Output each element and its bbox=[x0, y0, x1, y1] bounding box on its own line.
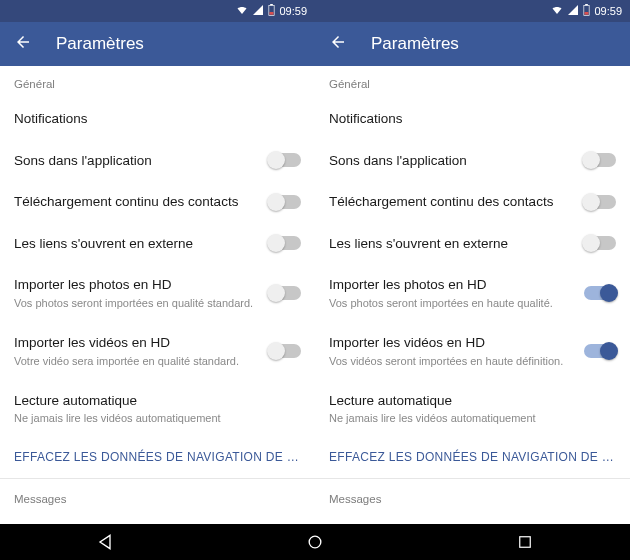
page-title: Paramètres bbox=[56, 34, 144, 54]
status-bar: 09:59 bbox=[315, 0, 630, 22]
links-toggle[interactable] bbox=[269, 236, 301, 250]
wifi-icon bbox=[236, 4, 248, 18]
section-general: Général bbox=[315, 66, 630, 98]
sounds-toggle[interactable] bbox=[269, 153, 301, 167]
app-bar: Paramètres bbox=[0, 22, 315, 66]
autoplay-sub: Ne jamais lire les vidéos automatiquemen… bbox=[14, 411, 301, 425]
videos-sub: Vos vidéos seront importées en haute déf… bbox=[329, 354, 574, 368]
autoplay-label: Lecture automatique bbox=[329, 392, 616, 410]
photos-toggle[interactable] bbox=[584, 286, 616, 300]
row-videos[interactable]: Importer les vidéos en HD Vos vidéos ser… bbox=[315, 322, 630, 380]
contacts-toggle[interactable] bbox=[269, 195, 301, 209]
row-links[interactable]: Les liens s'ouvrent en externe bbox=[315, 223, 630, 265]
back-button[interactable] bbox=[329, 33, 347, 55]
status-time: 09:59 bbox=[594, 5, 622, 17]
signal-icon bbox=[567, 4, 579, 18]
contacts-label: Téléchargement continu des contacts bbox=[329, 193, 574, 211]
photos-sub: Vos photos seront importées en qualité s… bbox=[14, 296, 259, 310]
divider bbox=[0, 478, 315, 479]
svg-rect-2 bbox=[270, 12, 274, 15]
battery-icon bbox=[583, 4, 590, 18]
settings-list: Général Notifications Sons dans l'applic… bbox=[315, 66, 630, 524]
row-contacts[interactable]: Téléchargement continu des contacts bbox=[0, 181, 315, 223]
videos-label: Importer les vidéos en HD bbox=[14, 334, 259, 352]
photos-label: Importer les photos en HD bbox=[14, 276, 259, 294]
videos-toggle[interactable] bbox=[584, 344, 616, 358]
wifi-icon bbox=[551, 4, 563, 18]
signal-icon bbox=[252, 4, 264, 18]
row-autoplay[interactable]: Lecture automatique Ne jamais lire les v… bbox=[315, 380, 630, 438]
svg-rect-5 bbox=[585, 12, 589, 15]
section-general: Général bbox=[0, 66, 315, 98]
contacts-label: Téléchargement continu des contacts bbox=[14, 193, 259, 211]
sounds-label: Sons dans l'application bbox=[329, 152, 574, 170]
contacts-toggle[interactable] bbox=[584, 195, 616, 209]
photos-sub: Vos photos seront importées en haute qua… bbox=[329, 296, 574, 310]
status-time: 09:59 bbox=[279, 5, 307, 17]
app-bar: Paramètres bbox=[315, 22, 630, 66]
photos-toggle[interactable] bbox=[269, 286, 301, 300]
videos-label: Importer les vidéos en HD bbox=[329, 334, 574, 352]
row-sounds[interactable]: Sons dans l'application bbox=[315, 140, 630, 182]
row-notifications[interactable]: Notifications bbox=[0, 98, 315, 140]
row-videos[interactable]: Importer les vidéos en HD Votre vidéo se… bbox=[0, 322, 315, 380]
screen-left: 09:59 Paramètres Général Notifications S… bbox=[0, 0, 315, 524]
nav-recent-button[interactable] bbox=[505, 533, 545, 551]
autoplay-sub: Ne jamais lire les vidéos automatiquemen… bbox=[329, 411, 616, 425]
section-messages: Messages bbox=[0, 481, 315, 513]
autoplay-label: Lecture automatique bbox=[14, 392, 301, 410]
divider bbox=[315, 478, 630, 479]
notifications-label: Notifications bbox=[329, 110, 616, 128]
section-messages: Messages bbox=[315, 481, 630, 513]
notifications-label: Notifications bbox=[14, 110, 301, 128]
photos-label: Importer les photos en HD bbox=[329, 276, 574, 294]
clear-browsing-link[interactable]: EFFACEZ LES DONNÉES DE NAVIGATION DE VOT… bbox=[0, 438, 315, 476]
status-bar: 09:59 bbox=[0, 0, 315, 22]
svg-rect-7 bbox=[520, 537, 531, 548]
links-label: Les liens s'ouvrent en externe bbox=[14, 235, 259, 253]
row-notifications[interactable]: Notifications bbox=[315, 98, 630, 140]
back-button[interactable] bbox=[14, 33, 32, 55]
page-title: Paramètres bbox=[371, 34, 459, 54]
row-photos[interactable]: Importer les photos en HD Vos photos ser… bbox=[315, 264, 630, 322]
row-links[interactable]: Les liens s'ouvrent en externe bbox=[0, 223, 315, 265]
battery-icon bbox=[268, 4, 275, 18]
links-toggle[interactable] bbox=[584, 236, 616, 250]
settings-list: Général Notifications Sons dans l'applic… bbox=[0, 66, 315, 524]
sounds-toggle[interactable] bbox=[584, 153, 616, 167]
videos-toggle[interactable] bbox=[269, 344, 301, 358]
svg-point-6 bbox=[309, 536, 321, 548]
nav-back-button[interactable] bbox=[85, 532, 125, 552]
clear-browsing-link[interactable]: EFFACEZ LES DONNÉES DE NAVIGATION DE VOT… bbox=[315, 438, 630, 476]
links-label: Les liens s'ouvrent en externe bbox=[329, 235, 574, 253]
sounds-label: Sons dans l'application bbox=[14, 152, 259, 170]
row-autoplay[interactable]: Lecture automatique Ne jamais lire les v… bbox=[0, 380, 315, 438]
row-sounds[interactable]: Sons dans l'application bbox=[0, 140, 315, 182]
row-photos[interactable]: Importer les photos en HD Vos photos ser… bbox=[0, 264, 315, 322]
row-contacts[interactable]: Téléchargement continu des contacts bbox=[315, 181, 630, 223]
nav-home-button[interactable] bbox=[295, 532, 335, 552]
videos-sub: Votre vidéo sera importée en qualité sta… bbox=[14, 354, 259, 368]
screen-right: 09:59 Paramètres Général Notifications S… bbox=[315, 0, 630, 524]
android-navbar bbox=[0, 524, 630, 560]
